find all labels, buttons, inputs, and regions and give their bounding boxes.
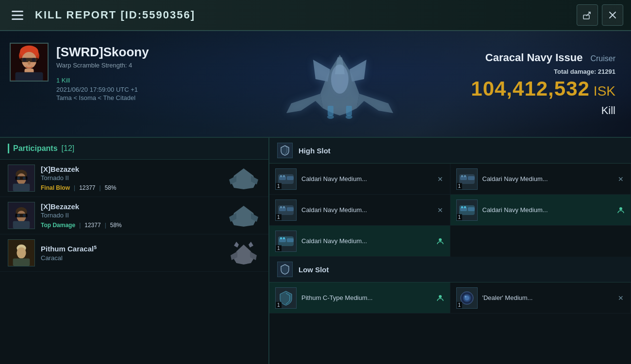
participant-info: Pithum Caracal⁵ Caracal [41, 245, 221, 262]
slot-item-active: 1 Caldari Navy Medium... [269, 226, 450, 257]
module-icon: 1 [275, 231, 297, 252]
person-icon [617, 206, 625, 214]
hero-section: [SWRD]Skoony Warp Scramble Strength: 4 1… [0, 31, 631, 138]
svg-rect-42 [461, 175, 463, 177]
slot-item: 1 'Dealer' Medium... ✕ [450, 282, 631, 314]
module-icon: 1 [275, 168, 297, 190]
top-bar: KILL REPORT [ID:5590356] [0, 0, 631, 31]
participant-info: [X]Bezazek Tornado II Top Damage | 12377… [41, 202, 221, 229]
svg-point-6 [23, 58, 27, 62]
module-name: Caldari Navy Medium... [482, 206, 613, 214]
module-name: Pithum C-Type Medium... [301, 294, 432, 301]
victim-subtitle: Warp Scramble Strength: 4 [56, 62, 149, 69]
svg-point-7 [32, 58, 36, 62]
close-icon[interactable]: ✕ [436, 175, 444, 183]
percent-stat: 58% [110, 222, 122, 229]
svg-point-27 [17, 214, 20, 217]
low-slot-header: Low Slot [269, 257, 631, 282]
svg-point-61 [439, 295, 442, 298]
module-name: 'Dealer' Medium... [482, 294, 613, 301]
ship-thumbnail [227, 203, 261, 228]
svg-rect-57 [287, 238, 294, 242]
svg-point-15 [346, 115, 352, 119]
ship-class: Caracal Navy Issue [485, 51, 583, 64]
participant-info: [X]Bezazek Tornado II Final Blow | 12377… [41, 165, 221, 191]
ship-thumbnail [227, 241, 261, 265]
participant-avatar [8, 202, 35, 229]
hamburger-button[interactable] [8, 7, 27, 24]
kill-datetime: 2021/06/20 17:59:00 UTC +1 [56, 86, 149, 93]
damage-row: Total damage: 21291 [554, 68, 615, 75]
svg-rect-47 [280, 206, 282, 208]
high-slot-title: High Slot [299, 147, 331, 155]
svg-rect-59 [283, 237, 285, 239]
svg-point-20 [17, 177, 20, 180]
svg-rect-10 [16, 72, 43, 81]
close-button[interactable] [602, 4, 623, 26]
svg-point-21 [23, 177, 26, 180]
isk-row: 104,412,532 ISK [471, 75, 615, 100]
svg-rect-51 [468, 207, 475, 211]
participant-count: [12] [62, 144, 75, 153]
export-button[interactable] [577, 4, 598, 26]
svg-rect-36 [287, 176, 294, 180]
kill-location: Tama < Isoma < The Citadel [56, 94, 149, 101]
participant-ship: Tornado II [41, 174, 221, 182]
svg-point-14 [327, 115, 334, 119]
slots-panel: High Slot 1 Caldari Navy Medium... ✕ [269, 138, 631, 364]
participant-name: [X]Bezazek [41, 165, 221, 173]
avatar [10, 43, 49, 82]
svg-point-60 [439, 238, 442, 241]
svg-point-28 [23, 214, 26, 217]
close-icon[interactable]: ✕ [617, 175, 625, 183]
report-title: KILL REPORT [ID:5590356] [35, 9, 569, 21]
shield-icon [277, 143, 293, 158]
item-count: 1 [457, 214, 463, 220]
svg-rect-26 [15, 214, 27, 217]
result-label: Kill [601, 104, 615, 117]
module-icon: 1 [456, 199, 478, 221]
participant-ship: Tornado II [41, 212, 221, 219]
participant-stats: Top Damage | 12377 | 58% [41, 222, 221, 229]
module-name: Caldari Navy Medium... [301, 237, 432, 245]
shield-icon-low [277, 262, 293, 277]
module-icon: 1 [275, 287, 297, 309]
svg-point-32 [17, 247, 26, 258]
item-count: 1 [457, 183, 463, 189]
damage-stat: 12377 [84, 222, 100, 229]
svg-rect-29 [13, 221, 30, 229]
isk-unit: ISK [594, 83, 615, 99]
percent-stat: 58% [105, 184, 116, 191]
top-damage-badge: Top Damage [41, 222, 75, 229]
participant-row: Pithum Caracal⁵ Caracal [0, 234, 268, 272]
slot-item: 1 Caldari Navy Medium... ✕ [450, 164, 631, 195]
item-count: 1 [276, 302, 282, 308]
hero-right: Caracal Navy Issue Cruiser Total damage:… [447, 31, 631, 137]
close-icon[interactable]: ✕ [617, 294, 625, 302]
slot-item-active: 1 Caldari Navy Medium... [450, 195, 631, 226]
svg-rect-52 [461, 206, 463, 208]
ship-image [233, 31, 447, 137]
hero-left: [SWRD]Skoony Warp Scramble Strength: 4 1… [0, 31, 233, 137]
svg-rect-41 [468, 176, 475, 180]
svg-point-8 [28, 61, 31, 65]
svg-rect-19 [15, 176, 27, 180]
participant-name: [X]Bezazek [41, 202, 221, 211]
participants-header: Participants [12] [0, 138, 268, 160]
participant-ship: Caracal [41, 254, 221, 262]
final-blow-badge: Final Blow [41, 184, 70, 191]
participant-name: Pithum Caracal⁵ [41, 245, 221, 253]
participant-avatar [8, 165, 35, 192]
svg-rect-22 [13, 184, 30, 191]
svg-rect-33 [13, 259, 30, 266]
damage-label: Total damage: [554, 68, 596, 75]
item-count: 1 [276, 183, 282, 189]
close-icon[interactable]: ✕ [436, 206, 444, 214]
module-icon: 1 [456, 287, 478, 309]
slot-item-active: 1 Pithum C-Type Medium... [269, 282, 450, 314]
slot-item: 1 Caldari Navy Medium... ✕ [269, 164, 450, 195]
high-slot-grid: 1 Caldari Navy Medium... ✕ 1 C [269, 164, 631, 257]
svg-rect-58 [280, 237, 282, 239]
participants-title: Participants [13, 144, 58, 153]
svg-rect-13 [346, 106, 352, 116]
